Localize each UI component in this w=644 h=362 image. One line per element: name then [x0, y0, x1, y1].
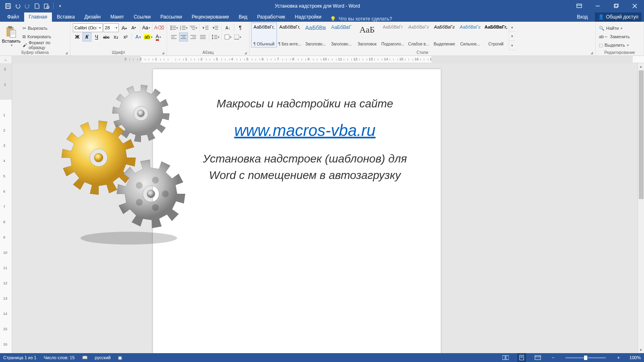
- document-body[interactable]: Макросы и надстройки на сайте www.macros…: [189, 97, 421, 183]
- view-read-icon[interactable]: [501, 353, 510, 362]
- ribbon-display-icon[interactable]: [570, 0, 588, 12]
- style-item-4[interactable]: АаБЗаголовок: [354, 23, 380, 47]
- clipboard-dialog-icon[interactable]: ◢: [65, 51, 68, 55]
- tab-developer[interactable]: Разработчик: [252, 12, 290, 22]
- font-name-combo[interactable]: ▾: [73, 23, 103, 32]
- shading-button[interactable]: ▾: [223, 33, 232, 41]
- find-button[interactable]: 🔍Найти▾: [598, 24, 641, 32]
- superscript-button[interactable]: x²: [121, 33, 130, 41]
- paste-button[interactable]: Вставить ▾: [2, 23, 21, 50]
- multilevel-button[interactable]: ▾: [189, 23, 198, 32]
- style-item-8[interactable]: АаБбВвГгСильное...: [457, 23, 483, 47]
- numbering-button[interactable]: 123▾: [179, 23, 188, 32]
- doc-link[interactable]: www.macros-vba.ru: [189, 121, 421, 140]
- underline-button[interactable]: Ч: [92, 33, 101, 41]
- select-button[interactable]: ⬚Выделить▾: [598, 41, 641, 49]
- strike-button[interactable]: abc: [102, 33, 111, 41]
- undo-icon[interactable]: [13, 1, 23, 11]
- style-item-6[interactable]: АаБбВвГгСлабое в...: [406, 23, 431, 47]
- spellcheck-icon[interactable]: 📖: [82, 355, 88, 360]
- indent-increase-button[interactable]: [211, 23, 220, 32]
- close-icon[interactable]: [625, 0, 644, 12]
- gallery-down-icon[interactable]: ▾: [509, 32, 515, 41]
- tab-review[interactable]: Рецензирование: [187, 12, 234, 22]
- shrink-font-button[interactable]: A▾: [129, 23, 138, 32]
- tab-addins[interactable]: Надстройки: [290, 12, 326, 22]
- line-spacing-button[interactable]: ▾: [211, 33, 220, 41]
- share-button[interactable]: 👤 Общий доступ: [595, 12, 642, 22]
- scroll-down-icon[interactable]: ▾: [638, 347, 644, 353]
- borders-button[interactable]: ▾: [233, 33, 242, 41]
- tab-view[interactable]: Вид: [234, 12, 252, 22]
- macro-record-icon[interactable]: ▣: [118, 355, 122, 360]
- new-doc-icon[interactable]: [32, 1, 42, 11]
- show-marks-button[interactable]: ¶: [236, 23, 245, 32]
- styles-dialog-icon[interactable]: ◢: [590, 51, 593, 55]
- replace-button[interactable]: ab↔Заменить: [598, 33, 641, 41]
- style-item-9[interactable]: АаБбВвГг,Строгий: [483, 23, 509, 47]
- zoom-slider[interactable]: [566, 357, 606, 358]
- align-justify-button[interactable]: [198, 33, 207, 41]
- ruler-horizontal[interactable]: ∟ 3211234567891011121314151617: [0, 56, 644, 63]
- chevron-down-icon[interactable]: ▾: [97, 26, 102, 30]
- tab-insert[interactable]: Вставка: [52, 12, 80, 22]
- tell-me-search[interactable]: 💡 Что вы хотите сделать?: [326, 16, 396, 22]
- copy-button[interactable]: ⧉Копировать: [22, 33, 68, 41]
- italic-button[interactable]: К: [83, 33, 91, 41]
- tab-layout[interactable]: Макет: [105, 12, 129, 22]
- bold-button[interactable]: Ж: [73, 33, 82, 41]
- sign-in-button[interactable]: Вход: [572, 12, 592, 22]
- gallery-up-icon[interactable]: ▴: [509, 23, 515, 32]
- status-language[interactable]: русский: [95, 355, 111, 360]
- tab-mailings[interactable]: Рассылки: [155, 12, 187, 22]
- font-color-button[interactable]: A▾: [154, 33, 163, 41]
- maximize-icon[interactable]: [607, 0, 625, 12]
- style-item-7[interactable]: АаБбВвГгВыделение: [431, 23, 457, 47]
- zoom-thumb[interactable]: [584, 356, 587, 360]
- scroll-thumb[interactable]: [639, 70, 644, 199]
- style-item-3[interactable]: АаБбВвГЗаголово...: [328, 23, 354, 47]
- tab-home[interactable]: Главная: [24, 12, 52, 22]
- highlight-button[interactable]: ab▾: [143, 33, 153, 41]
- clear-format-button[interactable]: A⌫: [154, 23, 164, 32]
- style-item-1[interactable]: АаБбВвГг,¶ Без инте...: [277, 23, 303, 47]
- status-page[interactable]: Страница 1 из 1: [3, 355, 36, 360]
- bullets-button[interactable]: ▾: [169, 23, 178, 32]
- subscript-button[interactable]: x₂: [111, 33, 120, 41]
- page[interactable]: Макросы и надстройки на сайте www.macros…: [153, 69, 441, 353]
- scroll-up-icon[interactable]: ▴: [638, 63, 644, 70]
- minimize-icon[interactable]: [588, 0, 607, 12]
- tab-selector-icon[interactable]: ∟: [0, 56, 12, 63]
- zoom-out-button[interactable]: −: [549, 355, 557, 360]
- ruler-vertical[interactable]: 2112345678910111213141516: [0, 63, 12, 353]
- zoom-in-button[interactable]: +: [615, 355, 622, 360]
- indent-decrease-button[interactable]: [201, 23, 210, 32]
- view-web-icon[interactable]: [533, 353, 542, 362]
- text-effects-button[interactable]: A▾: [134, 33, 142, 41]
- zoom-level[interactable]: 100%: [630, 355, 641, 360]
- grow-font-button[interactable]: A▴: [120, 23, 128, 32]
- view-print-icon[interactable]: [517, 353, 526, 362]
- chevron-down-icon[interactable]: ▾: [114, 26, 118, 30]
- redo-icon[interactable]: [23, 1, 32, 11]
- change-case-button[interactable]: Aa▾: [142, 23, 151, 32]
- gallery-more-icon[interactable]: ▾: [509, 41, 515, 50]
- sort-button[interactable]: A↓: [223, 23, 232, 32]
- scrollbar-vertical[interactable]: ▴ ▾: [638, 63, 644, 353]
- qat-customize-icon[interactable]: ▾: [55, 1, 65, 11]
- style-item-2[interactable]: АаБбВвЗаголово...: [303, 23, 328, 47]
- paragraph-dialog-icon[interactable]: ◢: [244, 51, 247, 55]
- font-name-input[interactable]: [73, 25, 97, 30]
- font-dialog-icon[interactable]: ◢: [162, 51, 164, 55]
- tab-file[interactable]: Файл: [2, 12, 24, 22]
- print-preview-icon[interactable]: [42, 1, 52, 11]
- save-icon[interactable]: [3, 1, 13, 11]
- format-painter-button[interactable]: 🖌Формат по образцу: [22, 41, 68, 49]
- style-item-5[interactable]: АаБбВвГгПодзаголо...: [380, 23, 406, 47]
- align-left-button[interactable]: [169, 33, 178, 41]
- status-words[interactable]: Число слов: 15: [43, 355, 74, 360]
- cut-button[interactable]: ✂Вырезать: [22, 24, 68, 32]
- font-size-input[interactable]: [104, 25, 115, 30]
- tab-references[interactable]: Ссылки: [129, 12, 155, 22]
- tab-design[interactable]: Дизайн: [80, 12, 105, 22]
